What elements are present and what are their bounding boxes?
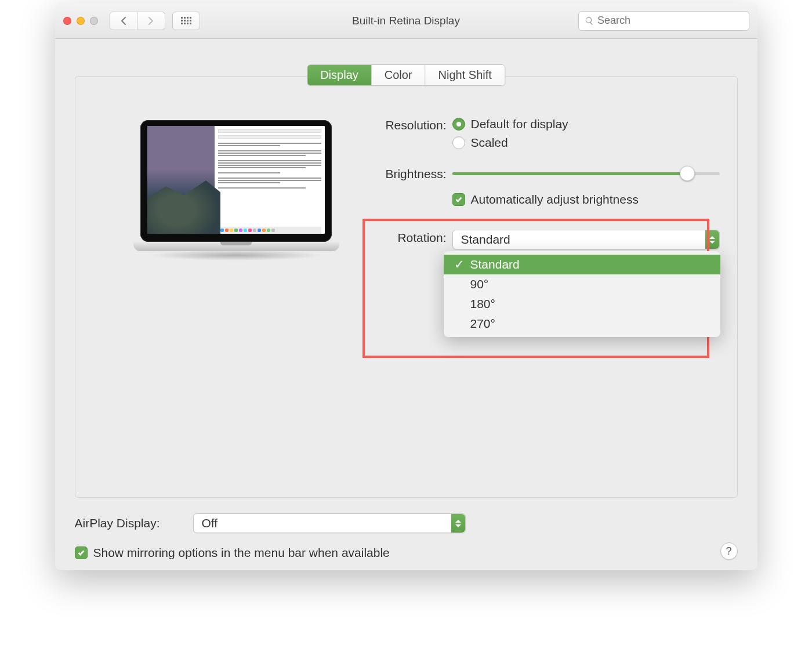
rotation-dropdown: ✓ Standard 90° 180° [444,251,720,337]
search-input[interactable] [597,15,742,27]
tab-bar: Display Color Night Shift [307,64,505,86]
resolution-default-label: Default for display [471,117,568,131]
airplay-label: AirPlay Display: [75,516,185,530]
stepper-icon [451,514,465,533]
rotation-option-label: Standard [470,258,520,271]
mirroring-checkbox[interactable]: Show mirroring options in the menu bar w… [75,546,738,560]
resolution-scaled-option[interactable]: Scaled [452,136,720,150]
settings-form: Resolution: Default for display Scaled [365,117,720,261]
airplay-selected-value: Off [202,516,218,530]
resolution-row: Resolution: Default for display Scaled [365,117,720,154]
grid-icon [181,17,191,24]
nav-buttons [110,12,165,30]
search-field[interactable] [578,11,749,31]
checkbox-checked-icon [452,193,465,206]
rotation-option-90[interactable]: 90° [444,274,720,294]
resolution-scaled-label: Scaled [471,136,508,150]
tab-display[interactable]: Display [307,65,371,85]
help-button[interactable]: ? [720,542,738,560]
minimize-window-button[interactable] [77,17,85,25]
display-panel: Resolution: Default for display Scaled [75,76,738,498]
forward-button[interactable] [137,12,165,30]
auto-brightness-checkbox[interactable]: Automatically adjust brightness [452,193,720,207]
bottom-bar: AirPlay Display: Off Show mirroring opti… [75,505,738,560]
auto-brightness-row: Automatically adjust brightness [365,193,720,207]
close-window-button[interactable] [63,17,71,25]
brightness-row: Brightness: [365,166,720,181]
slider-knob[interactable] [680,166,695,181]
radio-unchecked-icon [452,136,465,149]
mirroring-label: Show mirroring options in the menu bar w… [93,546,390,560]
airplay-select[interactable]: Off [193,513,466,533]
resolution-default-option[interactable]: Default for display [452,117,720,131]
airplay-row: AirPlay Display: Off [75,513,738,533]
rotation-option-label: 180° [470,297,495,311]
radio-checked-icon [452,118,465,131]
window-title: Built-in Retina Display [352,15,460,27]
question-mark-icon: ? [726,545,731,557]
show-all-button[interactable] [172,12,200,30]
chevron-left-icon [120,16,127,26]
rotation-option-label: 270° [470,317,495,331]
content: Display Color Night Shift [55,39,757,570]
zoom-window-button [90,17,98,25]
rotation-option-label: 90° [470,277,489,291]
auto-brightness-label: Automatically adjust brightness [471,193,639,207]
rotation-option-270[interactable]: 270° [444,314,720,334]
rotation-option-180[interactable]: 180° [444,294,720,314]
window-controls [63,17,98,25]
rotation-option-standard[interactable]: ✓ Standard [444,255,720,274]
chevron-right-icon [147,16,154,26]
display-illustration [133,120,339,260]
brightness-label: Brightness: [365,166,452,181]
resolution-label: Resolution: [365,117,452,132]
checkbox-checked-icon [75,546,88,559]
search-icon [585,16,594,26]
toolbar: Built-in Retina Display [55,3,757,39]
tab-night-shift[interactable]: Night Shift [425,65,505,85]
checkmark-icon: ✓ [454,258,465,271]
tab-color[interactable]: Color [371,65,425,85]
preferences-window: Built-in Retina Display Display Color Ni… [55,3,757,570]
brightness-slider[interactable] [452,168,720,179]
back-button[interactable] [110,12,137,30]
